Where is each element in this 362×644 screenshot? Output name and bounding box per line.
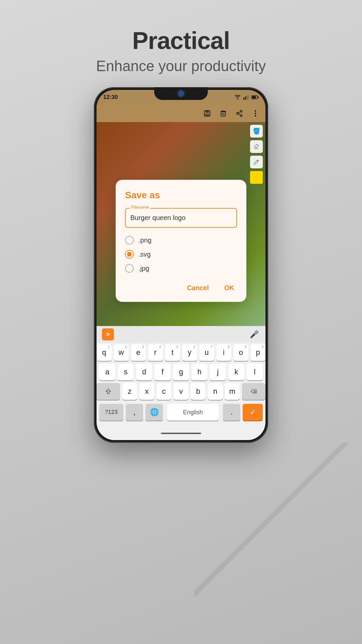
page-subtitle: Enhance your productivity bbox=[0, 58, 362, 74]
phone-mockup: 12:30 bbox=[94, 87, 268, 443]
svg-rect-8 bbox=[252, 96, 256, 99]
svg-line-19 bbox=[238, 112, 240, 113]
ok-button[interactable]: OK bbox=[222, 282, 237, 294]
phone-camera bbox=[178, 91, 184, 96]
format-png[interactable]: .png bbox=[125, 236, 237, 245]
key-d[interactable]: d bbox=[136, 364, 152, 380]
key-c[interactable]: c bbox=[157, 383, 171, 400]
svg-point-21 bbox=[255, 113, 256, 114]
save-icon[interactable] bbox=[202, 109, 212, 118]
key-b[interactable]: b bbox=[191, 383, 205, 400]
key-l[interactable]: l bbox=[247, 364, 263, 380]
keyboard-row-2: a s d f g h j k l bbox=[99, 364, 263, 380]
signal-icon bbox=[243, 95, 249, 100]
phone-screen: 12:30 bbox=[97, 90, 265, 440]
jpg-label: .jpg bbox=[138, 265, 149, 272]
svg-point-16 bbox=[237, 112, 239, 114]
page-title: Practical bbox=[0, 27, 362, 54]
shift-key[interactable] bbox=[97, 383, 120, 400]
svg-label: .svg bbox=[138, 251, 151, 258]
key-s[interactable]: s bbox=[118, 364, 134, 380]
dialog-overlay: Save as Filename .png bbox=[97, 122, 265, 360]
svg-radio[interactable] bbox=[125, 250, 134, 259]
jpg-radio[interactable] bbox=[125, 264, 134, 273]
cancel-button[interactable]: Cancel bbox=[184, 282, 212, 294]
filename-label: Filename bbox=[130, 205, 150, 210]
key-g[interactable]: g bbox=[173, 364, 189, 380]
app-toolbar bbox=[97, 105, 265, 122]
svg-rect-12 bbox=[221, 112, 226, 116]
svg-point-22 bbox=[255, 115, 256, 117]
svg-point-1 bbox=[237, 99, 238, 100]
phone-frame: 12:30 bbox=[94, 87, 268, 443]
format-jpg[interactable]: .jpg bbox=[125, 264, 237, 273]
keyboard-row-3: z x c v b n m bbox=[99, 383, 263, 400]
svg-point-20 bbox=[255, 110, 256, 112]
svg-rect-11 bbox=[205, 114, 209, 116]
filename-input[interactable] bbox=[125, 208, 237, 228]
svg-rect-7 bbox=[258, 97, 259, 98]
svg-rect-3 bbox=[245, 97, 246, 100]
nav-bar-indicator bbox=[161, 433, 201, 434]
dialog-buttons: Cancel OK bbox=[125, 282, 237, 294]
svg-line-18 bbox=[238, 114, 240, 115]
format-radio-group: .png .svg .jpg bbox=[125, 236, 237, 273]
key-h[interactable]: h bbox=[191, 364, 207, 380]
enter-key[interactable]: ✓ bbox=[243, 404, 263, 421]
key-a[interactable]: a bbox=[99, 364, 115, 380]
key-n[interactable]: n bbox=[208, 383, 223, 400]
svg-rect-4 bbox=[246, 96, 247, 100]
format-svg[interactable]: .svg bbox=[125, 250, 237, 259]
svg-rect-10 bbox=[205, 111, 208, 113]
comma-key[interactable]: , bbox=[126, 404, 143, 421]
nav-bar bbox=[97, 427, 265, 440]
svg-point-17 bbox=[240, 115, 242, 117]
status-time: 12:30 bbox=[103, 94, 118, 101]
spacebar-key[interactable]: English bbox=[167, 404, 219, 421]
globe-key[interactable]: 🌐 bbox=[145, 404, 163, 421]
key-z[interactable]: z bbox=[122, 383, 137, 400]
svg-point-15 bbox=[240, 110, 242, 112]
keyboard-bottom-row: ?123 , 🌐 English . ✓ bbox=[97, 404, 265, 421]
svg-radio-inner bbox=[127, 252, 132, 257]
key-v[interactable]: v bbox=[174, 383, 188, 400]
svg-marker-0 bbox=[237, 98, 239, 99]
filename-field-wrapper: Filename bbox=[125, 208, 237, 228]
save-dialog: Save as Filename .png bbox=[116, 180, 246, 302]
period-key[interactable]: . bbox=[223, 404, 240, 421]
backspace-key[interactable] bbox=[242, 383, 265, 400]
key-m[interactable]: m bbox=[225, 383, 240, 400]
key-f[interactable]: f bbox=[155, 364, 171, 380]
delete-icon[interactable] bbox=[219, 109, 228, 118]
key-k[interactable]: k bbox=[228, 364, 244, 380]
dialog-title: Save as bbox=[125, 190, 237, 201]
png-radio[interactable] bbox=[125, 236, 134, 245]
wifi-icon bbox=[235, 95, 241, 100]
symbols-key[interactable]: ?123 bbox=[99, 404, 123, 421]
battery-icon bbox=[251, 95, 259, 99]
phone-notch bbox=[154, 87, 208, 100]
key-j[interactable]: j bbox=[210, 364, 226, 380]
png-label: .png bbox=[138, 236, 152, 244]
status-icons bbox=[235, 95, 259, 100]
more-icon[interactable] bbox=[251, 109, 260, 118]
key-x[interactable]: x bbox=[139, 383, 154, 400]
svg-rect-2 bbox=[243, 98, 244, 100]
svg-rect-5 bbox=[248, 95, 249, 100]
share-icon[interactable] bbox=[235, 109, 244, 118]
